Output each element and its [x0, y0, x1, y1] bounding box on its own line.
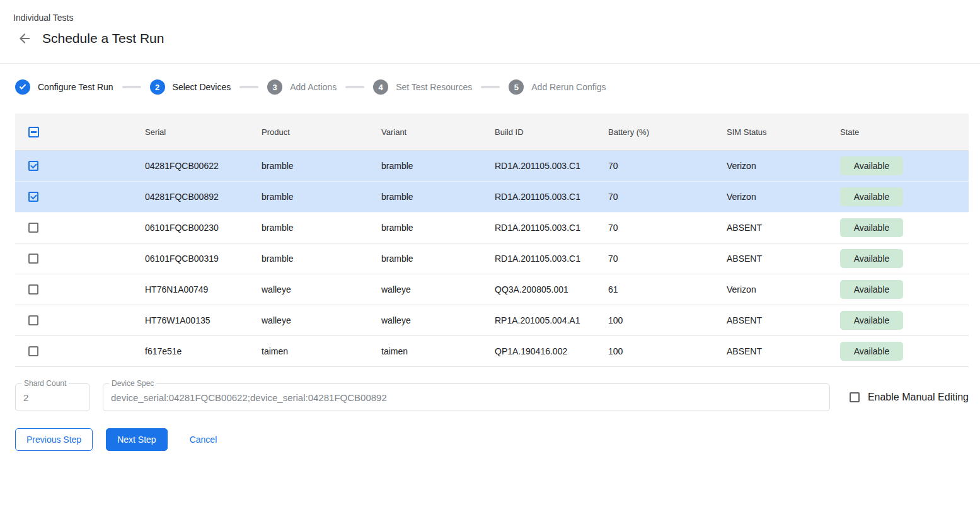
cell-product: bramble: [262, 192, 381, 202]
stepper-connector: [345, 86, 364, 88]
table-row[interactable]: 06101FQCB00319 bramble bramble RD1A.2011…: [15, 243, 969, 274]
cell-variant: walleye: [381, 284, 495, 295]
column-header-product: Product: [262, 127, 381, 137]
cell-build-id: RD1A.201105.003.C1: [495, 192, 608, 202]
row-checkbox[interactable]: [28, 192, 38, 202]
step-select-devices[interactable]: 2 Select Devices: [150, 79, 231, 95]
column-header-state: State: [840, 127, 969, 137]
cell-battery: 70: [608, 161, 727, 171]
device-spec-input[interactable]: [103, 384, 829, 411]
table-row[interactable]: 06101FQCB00230 bramble bramble RD1A.2011…: [15, 213, 969, 243]
table-row[interactable]: HT76W1A00135 walleye walleye RP1A.201005…: [15, 305, 969, 336]
cell-variant: walleye: [381, 315, 495, 325]
row-checkbox[interactable]: [28, 254, 38, 264]
previous-step-button[interactable]: Previous Step: [15, 428, 93, 451]
state-badge: Available: [840, 311, 903, 330]
next-step-button[interactable]: Next Step: [106, 428, 167, 451]
column-header-build-id: Build ID: [495, 127, 608, 137]
device-options-form: Shard Count Device Spec Enable Manual Ed…: [15, 383, 969, 411]
cell-sim-status: Verizon: [727, 284, 840, 295]
stepper-connector: [239, 86, 258, 88]
table-row[interactable]: 04281FQCB00892 bramble bramble RD1A.2011…: [15, 182, 969, 213]
shard-count-field[interactable]: Shard Count: [15, 383, 90, 411]
state-badge: Available: [840, 280, 903, 299]
step-add-actions[interactable]: 3 Add Actions: [267, 79, 337, 95]
cell-serial: 04281FQCB00622: [145, 161, 262, 171]
state-badge: Available: [840, 156, 903, 175]
cell-variant: bramble: [381, 254, 495, 264]
row-checkbox[interactable]: [28, 315, 38, 325]
step-4-indicator: 4: [373, 79, 388, 95]
cell-build-id: QP1A.190416.002: [495, 346, 608, 356]
arrow-back-icon: [17, 31, 32, 46]
column-header-variant: Variant: [381, 127, 495, 137]
cell-serial: HT76W1A00135: [145, 315, 262, 325]
step-configure-test-run[interactable]: Configure Test Run: [15, 79, 113, 95]
cell-build-id: RD1A.201105.003.C1: [495, 161, 608, 171]
cell-variant: taimen: [381, 346, 495, 356]
page-title: Schedule a Test Run: [42, 31, 164, 46]
step-3-label: Add Actions: [290, 82, 337, 92]
cell-product: taimen: [262, 346, 381, 356]
device-spec-label: Device Spec: [109, 379, 156, 388]
step-1-indicator: [15, 79, 30, 95]
table-row[interactable]: f617e51e taimen taimen QP1A.190416.002 1…: [15, 336, 969, 367]
select-all-checkbox[interactable]: [28, 127, 39, 137]
cell-serial: f617e51e: [145, 346, 262, 356]
row-checkbox[interactable]: [28, 284, 38, 295]
row-checkbox[interactable]: [28, 223, 38, 233]
step-add-rerun-configs[interactable]: 5 Add Rerun Configs: [509, 79, 606, 95]
device-spec-field[interactable]: Device Spec: [103, 383, 830, 411]
cell-sim-status: Verizon: [727, 161, 840, 171]
manual-editing-toggle[interactable]: Enable Manual Editing: [850, 392, 969, 403]
check-icon: [20, 83, 26, 90]
cell-sim-status: ABSENT: [727, 254, 840, 264]
column-header-battery: Battery (%): [608, 127, 727, 137]
cell-battery: 100: [608, 346, 727, 356]
shard-count-input[interactable]: [16, 384, 89, 411]
state-badge: Available: [840, 218, 903, 237]
cancel-button[interactable]: Cancel: [179, 428, 228, 451]
cell-battery: 70: [608, 254, 727, 264]
cell-serial: 04281FQCB00892: [145, 192, 262, 202]
column-header-serial: Serial: [145, 127, 262, 137]
cell-sim-status: ABSENT: [727, 346, 840, 356]
cell-product: walleye: [262, 315, 381, 325]
cell-product: bramble: [262, 161, 381, 171]
stepper-connector: [481, 86, 500, 88]
manual-editing-checkbox[interactable]: [850, 392, 860, 402]
cell-serial: HT76N1A00749: [145, 284, 262, 295]
column-header-sim-status: SIM Status: [727, 127, 840, 137]
state-badge: Available: [840, 249, 903, 268]
cell-build-id: RP1A.201005.004.A1: [495, 315, 608, 325]
table-row[interactable]: HT76N1A00749 walleye walleye QQ3A.200805…: [15, 274, 969, 305]
step-set-test-resources[interactable]: 4 Set Test Resources: [373, 79, 472, 95]
step-2-label: Select Devices: [173, 82, 231, 92]
cell-battery: 70: [608, 223, 727, 233]
step-4-label: Set Test Resources: [396, 82, 472, 92]
cell-serial: 06101FQCB00230: [145, 223, 262, 233]
step-5-indicator: 5: [509, 79, 524, 95]
cell-build-id: RD1A.201105.003.C1: [495, 223, 608, 233]
table-header-row: Serial Product Variant Build ID Battery …: [15, 114, 969, 151]
cell-variant: bramble: [381, 192, 495, 202]
cell-sim-status: ABSENT: [727, 223, 840, 233]
manual-editing-label: Enable Manual Editing: [868, 392, 969, 403]
stepper-connector: [122, 86, 141, 88]
state-badge: Available: [840, 187, 903, 206]
table-row[interactable]: 04281FQCB00622 bramble bramble RD1A.2011…: [15, 151, 969, 182]
step-5-label: Add Rerun Configs: [531, 82, 606, 92]
row-checkbox[interactable]: [28, 346, 38, 356]
back-button[interactable]: [16, 30, 33, 47]
cell-product: bramble: [262, 223, 381, 233]
cell-sim-status: Verizon: [727, 192, 840, 202]
cell-variant: bramble: [381, 223, 495, 233]
cell-battery: 70: [608, 192, 727, 202]
row-checkbox[interactable]: [28, 161, 38, 171]
cell-battery: 61: [608, 284, 727, 295]
cell-build-id: QQ3A.200805.001: [495, 284, 608, 295]
shard-count-label: Shard Count: [21, 379, 69, 388]
step-3-indicator: 3: [267, 79, 282, 95]
cell-variant: bramble: [381, 161, 495, 171]
cell-battery: 100: [608, 315, 727, 325]
